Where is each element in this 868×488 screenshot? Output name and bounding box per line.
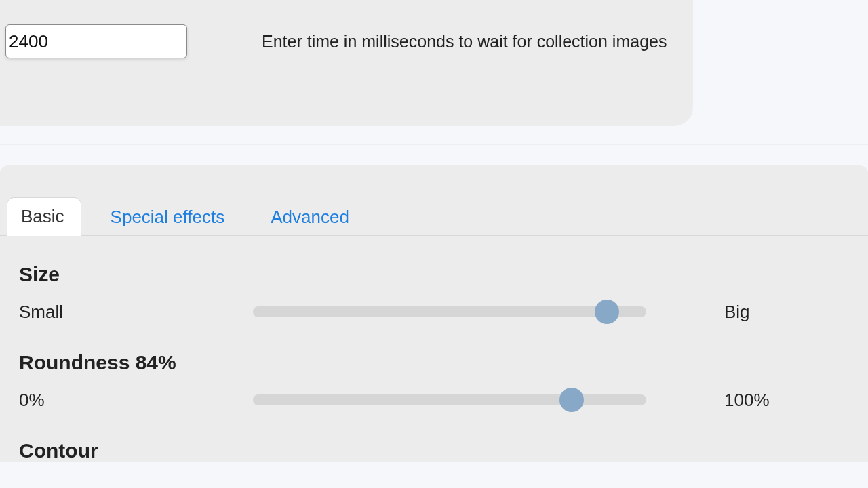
roundness-slider-thumb[interactable] [559, 388, 584, 412]
tabs: Basic Special effects Advanced [0, 165, 868, 236]
wait-time-input[interactable] [5, 24, 187, 58]
tab-basic[interactable]: Basic [7, 197, 81, 236]
size-title: Size [19, 263, 849, 286]
wait-time-helper: Enter time in milliseconds to wait for c… [262, 32, 667, 52]
size-slider-wrap [253, 300, 646, 324]
size-row: Small Big [19, 300, 849, 324]
contour-title: Contour [19, 439, 849, 462]
tab-content-basic: Size Small Big Roundness 84% 0% 100% [0, 236, 868, 462]
size-slider[interactable] [253, 300, 646, 324]
roundness-slider[interactable] [253, 388, 646, 412]
roundness-title: Roundness 84% [19, 351, 849, 374]
section-divider [0, 126, 868, 145]
wait-time-card: Enter time in milliseconds to wait for c… [0, 0, 693, 126]
wait-time-row: Enter time in milliseconds to wait for c… [5, 0, 679, 58]
size-label-max: Big [724, 302, 750, 323]
size-label-min: Small [19, 302, 253, 323]
appearance-panel: Basic Special effects Advanced Size Smal… [0, 165, 868, 462]
roundness-label-min: 0% [19, 390, 253, 411]
tab-advanced[interactable]: Advanced [256, 198, 366, 236]
size-slider-track [253, 306, 646, 317]
roundness-row: 0% 100% [19, 388, 849, 412]
size-slider-thumb[interactable] [595, 300, 619, 324]
roundness-label-max: 100% [724, 390, 770, 411]
roundness-slider-track [253, 394, 646, 405]
tab-special-effects[interactable]: Special effects [96, 198, 242, 236]
roundness-slider-wrap [253, 388, 646, 412]
